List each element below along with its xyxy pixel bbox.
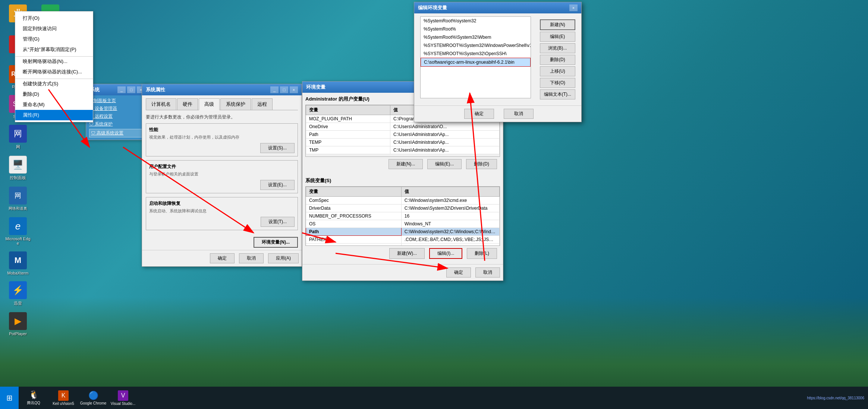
advanced-system-settings-link[interactable]: 🛡 高级系统设置 [89,129,146,137]
desktop-icon-network[interactable]: 网 网络和道奥 [3,185,33,213]
edit-env-body: %SystemRoot%\system32 %SystemRoot% %Syst… [414,13,581,105]
sys-var-row-path[interactable]: Path C:\Windows\system32;C:\Windows;C:\W… [306,228,500,236]
user-var-row-path[interactable]: Path C:\Users\Administrator\Ap... [306,131,500,139]
user-edit-btn[interactable]: 编辑(E)... [427,159,462,169]
context-menu: 打开(O) 固定到快速访问 管理(G) 从"开始"屏幕取消固定(P) 映射网络驱… [15,11,93,122]
sys-edit-btn[interactable]: 编辑(I)... [429,248,462,259]
env-entry-1[interactable]: %SystemRoot% [421,25,531,33]
edit-env-footer: 确定 取消 [414,105,581,122]
new-entry-btn[interactable]: 新建(N) [540,19,575,30]
desktop-icon-xunlei[interactable]: ⚡ 迅雷 [3,280,33,308]
tab-remote[interactable]: 远程 [252,98,273,110]
taskbar-item-chrome[interactable]: 🔵 Google Chrome [78,387,108,409]
context-menu-open[interactable]: 打开(O) [15,13,93,23]
profile-settings-btn[interactable]: 设置(E)... [260,180,295,190]
taskbar-item-vstudio[interactable]: V Visual Studio... [108,387,138,409]
sys-props-titlebar: 系统属性 _ □ × [142,84,302,95]
minimize-btn-system[interactable]: _ [117,86,126,93]
context-menu-manage[interactable]: 管理(G) [15,34,93,44]
context-menu-delete[interactable]: 删除(D) [15,89,93,99]
control-panel-home-link[interactable]: 控制面板主页 [89,98,146,104]
move-down-btn[interactable]: 下移(O) [540,78,575,88]
close-btn-sysprops[interactable]: × [290,86,298,93]
delete-entry-btn[interactable]: 删除(D) [540,55,575,65]
performance-section: 性能 视觉效果，处理器计划，内存使用，以及虚拟内存 设置(S)... [146,123,298,156]
maximize-btn-sysprops[interactable]: □ [280,86,288,93]
tab-system-protection[interactable]: 系统保护 [220,98,251,110]
close-btn-editenv[interactable]: × [569,4,578,11]
user-new-btn[interactable]: 新建(N)... [389,159,423,169]
env-entry-5[interactable]: C:\software\gcc-arm-linux-gnueabihf-6.2.… [421,58,531,67]
env-entry-2[interactable]: %SystemRoot%\System32\Wbem [421,33,531,41]
ok-btn-editenv[interactable]: 确定 [464,109,494,119]
move-up-btn[interactable]: 上移(U) [540,66,575,76]
apply-btn-sysprops[interactable]: 应用(A) [268,253,299,263]
qq-icon: 🐧 [29,390,39,400]
sys-var-row-driverdata[interactable]: DriverData C:\Windows\System32\Drivers\D… [306,204,500,212]
edit-entry-btn[interactable]: 编辑(E) [540,32,575,42]
sys-var-name-pathext: PATHEXT [306,236,402,244]
cancel-btn-sysprops[interactable]: 取消 [239,253,264,263]
user-var-name-temp: TEMP [306,139,390,146]
user-var-name-path: Path [306,131,390,139]
edit-env-titlebar: 编辑环境变量 × [414,2,581,13]
sys-var-row-pathext[interactable]: PATHEXT .COM;.EXE;.BAT;.CMD;.VBS;.VBE;.J… [306,236,500,244]
user-var-row-tmp[interactable]: TMP C:\Users\Administrator\Ap... [306,146,500,154]
sys-delete-btn[interactable]: 删除(L) [467,248,497,259]
context-menu-unpin-start[interactable]: 从"开始"屏幕取消固定(P) [15,44,93,55]
minimize-btn-sysprops[interactable]: _ [270,86,279,93]
context-menu-rename[interactable]: 重命名(M) [15,99,93,110]
cancel-btn-envvars[interactable]: 取消 [475,267,500,278]
sys-props-window: 系统属性 _ □ × 计算机名 硬件 高级 系统保护 远程 要进行大多数更改，你… [142,84,302,267]
env-vars-btn[interactable]: 环境变量(N)... [254,237,298,248]
desktop-icon-potplayer[interactable]: ▶ PotPlayer [3,311,33,337]
ok-btn-sysprops[interactable]: 确定 [210,253,235,263]
desktop-icon-mobaxterm[interactable]: M MobaXterm [3,250,33,277]
performance-settings-btn[interactable]: 设置(S)... [260,143,295,153]
taskbar: ⊞ 🐧 腾讯QQ K Keil uVision5 🔵 Google Chrome… [0,387,868,409]
startup-settings-btn[interactable]: 设置(T)... [261,217,295,227]
tab-hardware[interactable]: 硬件 [177,98,198,110]
user-var-row-temp[interactable]: TEMP C:\Users\Administrator\Ap... [306,139,500,146]
cancel-btn-editenv[interactable]: 取消 [504,109,534,119]
env-entry-4[interactable]: %SYSTEMROOT%\System32\OpenSSH\ [421,50,531,58]
sys-new-btn[interactable]: 新建(W)... [389,248,425,259]
profile-title: 用户配置文件 [149,164,295,170]
sys-var-row-comspec[interactable]: ComSpec C:\Windows\system32\cmd.exe [306,197,500,204]
desktop-icon-edge[interactable]: e Microsoft Edge [3,216,33,247]
env-vars-window-footer: 确定 取消 [302,264,503,280]
edit-env-window: 编辑环境变量 × %SystemRoot%\system32 %SystemRo… [414,2,582,122]
browse-entry-btn[interactable]: 浏览(B)... [540,43,575,53]
edit-text-btn[interactable]: 编辑文本(T)... [540,89,575,99]
col-header-var-name: 变量 [306,105,390,115]
taskbar-item-keil[interactable]: K Keil uVision5 [48,387,78,409]
tab-computer-name[interactable]: 计算机名 [146,98,176,110]
env-entry-3[interactable]: %SYSTEMROOT%\System32\WindowsPowerShell\… [421,41,531,50]
system-protection-link[interactable]: 🛡 系统保护 [89,121,146,127]
remote-settings-link[interactable]: 🛡 远程设置 [89,113,146,120]
device-manager-link[interactable]: 🛡 设备管理器 [89,105,146,112]
desktop-icon-control-panel[interactable]: 🖥️ 控制面板 [3,154,33,182]
sys-var-row-num-proc[interactable]: NUMBER_OF_PROCESSORS 16 [306,212,500,220]
context-menu-disconnect-drive[interactable]: 断开网络驱动器的连接(C)... [15,67,93,77]
context-menu-create-shortcut[interactable]: 创建快捷方式(S) [15,79,93,89]
context-menu-map-drive[interactable]: 映射网络驱动器(N)... [15,56,93,67]
control-panel-nav: 控制面板主页 🛡 设备管理器 🛡 远程设置 🛡 系统保护 🛡 高级系统设置 [86,95,149,140]
maximize-btn-system[interactable]: □ [127,86,135,93]
edit-env-list[interactable]: %SystemRoot%\system32 %SystemRoot% %Syst… [420,16,531,98]
desktop-icon-wang[interactable]: 网 网 [3,123,33,151]
context-menu-properties[interactable]: 属性(R) [15,110,93,120]
sys-var-row-os[interactable]: OS Windows_NT [306,220,500,228]
ok-btn-envvars[interactable]: 确定 [446,267,471,278]
startup-desc: 系统启动、系统故障和调试信息 [149,208,295,214]
sys-col-header-name: 变量 [306,187,402,197]
tab-advanced[interactable]: 高级 [199,98,220,110]
taskbar-item-qq[interactable]: 🐧 腾讯QQ [19,387,48,409]
env-entry-0[interactable]: %SystemRoot%\system32 [421,17,531,25]
start-button[interactable]: ⊞ [0,387,19,409]
chrome-icon: 🔵 [88,391,98,400]
user-var-row-onedrive[interactable]: OneDrive C:\Users\Administrator\O... [306,123,500,131]
system-vars-table-container[interactable]: 变量 值 ComSpec C:\Windows\system32\cmd.exe… [305,186,500,246]
context-menu-pin-quick[interactable]: 固定到快速访问 [15,23,93,34]
user-delete-btn[interactable]: 删除(D) [466,159,497,169]
